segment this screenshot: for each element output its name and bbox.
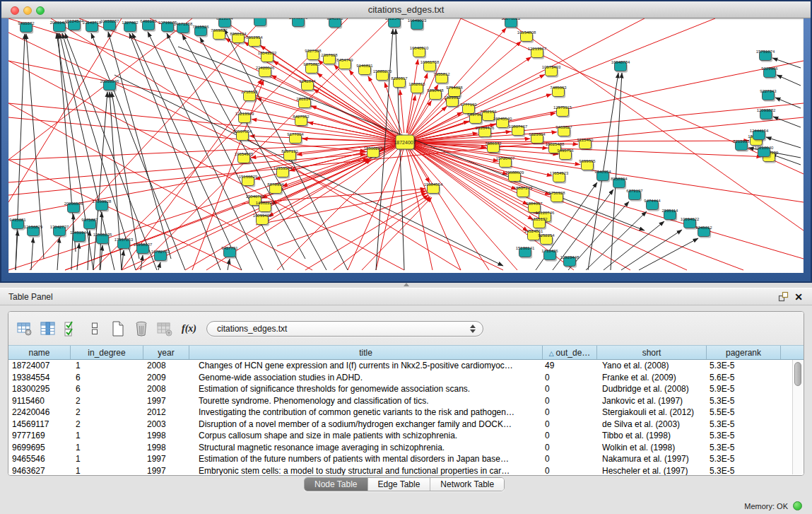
table-cell[interactable]: Estimation of the future numbers of pati… [189,453,543,465]
table-cell[interactable]: 9465546 [8,453,71,465]
table-cell[interactable]: 1998 [143,430,189,442]
column-header-short[interactable]: short [597,346,707,359]
table-cell[interactable]: Hescheler et al. (1997) [597,465,707,477]
function-builder-button[interactable]: f(x) [182,323,196,334]
table-row[interactable]: 1456911722003Disruption of a novel membe… [8,419,804,431]
table-cell[interactable]: 19384554 [8,372,71,384]
table-select-dropdown[interactable]: citations_edges.txt [206,321,483,337]
table-row[interactable]: 1938455462009Genome-wide association stu… [8,372,804,384]
table-cell[interactable]: Corpus callosum shape and size in male p… [189,430,543,442]
table-cell[interactable]: Franke et al. (2009) [597,372,707,384]
delete-table-button[interactable] [132,320,151,338]
table-cell[interactable]: 0 [543,442,597,454]
column-header-title[interactable]: title [189,346,543,359]
tab-edge-table[interactable]: Edge Table [368,478,431,491]
table-cell[interactable]: 1 [71,360,143,372]
table-cell[interactable]: 14569117 [8,419,71,431]
table-row[interactable]: 1872400712008Changes of HCN gene express… [8,360,804,372]
table-cell[interactable]: Estimation of significance thresholds fo… [189,383,543,395]
table-cell[interactable]: 1 [71,453,143,465]
column-header-name[interactable]: name [8,346,71,359]
table-cell[interactable]: Nakamura et al. (1997) [597,453,707,465]
table-cell[interactable]: 5.3E-5 [707,430,781,442]
column-header-pagerank[interactable]: pagerank [707,346,781,359]
split-pane-divider[interactable] [0,283,812,288]
table-cell[interactable]: 1998 [143,442,189,454]
table-options-button[interactable] [16,320,34,338]
table-cell[interactable]: 9115460 [8,395,71,407]
minimize-window-button[interactable] [23,6,32,15]
table-row[interactable]: 1830029562008Estimation of significance … [8,383,804,395]
column-header-in_degree[interactable]: in_degree [71,346,143,359]
table-cell[interactable]: Genome-wide association studies in ADHD. [189,372,543,384]
table-row[interactable]: 2242004622012Investigating the contribut… [8,407,804,419]
table-cell[interactable]: 1 [71,442,143,454]
table-cell[interactable]: 5.3E-5 [707,453,781,465]
table-cell[interactable]: 0 [543,430,597,442]
close-window-button[interactable] [11,6,19,15]
table-row[interactable]: 946554611997Estimation of the future num… [8,453,804,465]
table-cell[interactable]: 0 [543,395,597,407]
vertical-scrollbar[interactable] [792,360,803,474]
table-cell[interactable]: Investigating the contribution of common… [189,407,543,419]
table-cell[interactable]: 2008 [143,383,189,395]
table-cell[interactable]: 22420046 [8,407,71,419]
table-cell[interactable]: 5.3E-5 [707,419,781,431]
table-cell[interactable]: 0 [543,419,597,431]
table-cell[interactable]: de Silva et al. (2003) [597,419,707,431]
zoom-window-button[interactable] [36,6,45,15]
table-cell[interactable]: 6 [71,372,143,384]
table-cell[interactable]: 5.3E-5 [707,442,781,454]
table-cell[interactable]: 1997 [143,465,189,477]
column-header-year[interactable]: year [143,346,189,359]
table-cell[interactable]: 9777169 [8,430,71,442]
table-cell[interactable]: 2 [71,395,143,407]
table-cell[interactable]: 2 [71,407,143,419]
table-row[interactable]: 977716911998Corpus callosum shape and si… [8,430,804,442]
table-cell[interactable]: Disruption of a novel member of a sodium… [189,419,543,431]
table-cell[interactable]: Changes of HCN gene expression and I(f) … [189,360,543,372]
table-cell[interactable]: Tourette syndrome. Phenomenology and cla… [189,395,543,407]
show-columns-button[interactable] [39,320,57,338]
close-panel-button[interactable]: ✕ [791,290,806,304]
table-cell[interactable]: 0 [543,407,597,419]
table-cell[interactable]: Stergiakouli et al. (2012) [597,407,707,419]
table-row[interactable]: 969969511998Structural magnetic resonanc… [8,442,804,454]
table-cell[interactable]: 5.3E-5 [707,395,781,407]
table-cell[interactable]: 2003 [143,419,189,431]
window-titlebar[interactable]: citations_edges.txt [1,1,811,18]
table-cell[interactable]: Jankovic et al. (1997) [597,395,707,407]
table-cell[interactable]: 1 [71,465,143,477]
table-cell[interactable]: 2009 [143,372,189,384]
table-cell[interactable]: 18724007 [8,360,71,372]
table-cell[interactable]: 1997 [143,395,189,407]
table-cell[interactable]: 2012 [143,407,189,419]
table-cell[interactable]: 1 [71,430,143,442]
table-cell[interactable]: Dudbridge et al. (2008) [597,383,707,395]
new-table-button[interactable] [109,320,127,338]
table-cell[interactable]: 5.3E-5 [707,465,781,477]
table-cell[interactable]: 5.3E-5 [707,360,781,372]
table-cell[interactable]: Wolkin et al. (1998) [597,442,707,454]
float-panel-button[interactable] [775,290,791,304]
row-height-button[interactable] [86,320,104,338]
table-cell[interactable]: 0 [543,383,597,395]
table-cell[interactable]: Embryonic stem cells: a model to study s… [189,465,543,477]
table-cell[interactable]: 18300295 [8,383,71,395]
table-cell[interactable]: 6 [71,383,143,395]
tab-network-table[interactable]: Network Table [430,478,504,491]
column-header-out_de[interactable]: △out_de… [543,346,597,359]
table-cell[interactable]: 5.6E-5 [707,372,781,384]
table-row[interactable]: 911546021997Tourette syndrome. Phenomeno… [8,395,804,407]
table-cell[interactable]: 2008 [143,360,189,372]
table-cell[interactable]: Tibbo et al. (1998) [597,430,707,442]
table-cell[interactable]: Yano et al. (2008) [597,360,707,372]
table-cell[interactable]: 9699695 [8,442,71,454]
table-cell[interactable]: 1997 [143,453,189,465]
table-cell[interactable]: 2 [71,419,143,431]
table-cell[interactable]: 5.9E-5 [707,383,781,395]
table-cell[interactable]: 9463627 [8,465,71,477]
table-cell[interactable]: 0 [543,453,597,465]
table-cell[interactable]: 49 [543,360,597,372]
scrollbar-thumb[interactable] [794,362,801,386]
